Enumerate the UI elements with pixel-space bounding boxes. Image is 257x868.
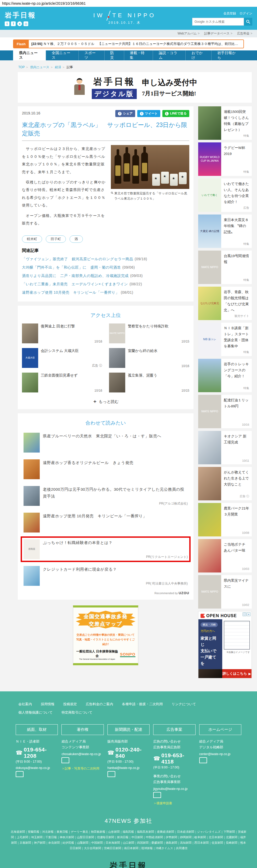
access-ranking-item[interactable]: 室蘭から絆の給水 10/16 <box>109 348 189 368</box>
facebook-share-button[interactable]: fシェア <box>115 110 135 117</box>
ad-close-icon[interactable]: ✕ <box>247 613 251 616</box>
sidebar-item[interactable]: がんが教えてくれた生きる上で大切なこと 広告 ⓘ <box>198 467 252 500</box>
footer-link[interactable]: 特定商取引について <box>61 710 92 715</box>
access-ranking-item[interactable]: 復興途上 田老に打撃 10/16 <box>22 323 102 343</box>
nav-tab[interactable]: 防 災 <box>104 51 124 60</box>
subnav-link[interactable]: 記事データベース <box>204 31 232 36</box>
access-ranking-item[interactable]: 孤立集落、泥覆う 10/15 <box>109 373 189 393</box>
recommended-item[interactable]: クレジットカード利用者に現金が戻る？ PR( 司法書士法人中央事務所) <box>22 564 189 587</box>
arrow-icon: ▶ <box>249 672 251 676</box>
envelope-icon[interactable] <box>199 757 207 763</box>
ad-detail-button[interactable]: 詳しくはこちら▶ <box>222 669 252 678</box>
recommended-item[interactable]: 遠野産ホップ香るオリジナルビール きょう発売 <box>22 458 189 481</box>
sponsorship-form-link[interactable]: ＞後援申請書 <box>153 801 195 806</box>
facebook-icon[interactable]: f <box>11 22 16 26</box>
flash-box[interactable]: Flash [22:55] ＮＹ株、２万７００５・０５ドル 【ニューヨーク共同】… <box>13 39 244 48</box>
sidebar-item[interactable]: ご当地ポテチ あんバター味 10/03 <box>198 539 252 572</box>
sidebar-item[interactable]: IWATE NIPPO 台風19号関連情報 特集 <box>198 251 252 284</box>
recommended-item[interactable]: 県産ブルーベリーの天然水 東北限定「い・ろ・は・す」販売へ <box>22 431 189 454</box>
nav-tab[interactable]: おでかけ <box>185 51 211 60</box>
item-thumbnail: RUGBY WORLD CUP IN JAPAN <box>198 143 221 176</box>
recommended-item[interactable]: 遠野産ホップ使用 10月発売 キリンビール「一番搾り」 <box>22 511 189 534</box>
twitter-share-button[interactable]: tツイート <box>137 110 160 117</box>
sidebar-item[interactable]: 大震災 碑の記憶 東日本大震災８年特集 〝碑の記憶〟 特集 <box>198 215 252 248</box>
nav-tab[interactable]: 県内ニュース <box>13 51 46 60</box>
secondary-use-link[interactable]: ＞記事・写真等の二次利用 <box>61 766 104 771</box>
login-link[interactable]: ログイン <box>239 11 252 15</box>
sidebar-item[interactable]: いわてで働く いわてで働きたい人、そんなあなたを待つ企業を紹介！ 広告 <box>198 179 252 212</box>
read-more-button[interactable]: ＋もっと読む <box>22 398 189 404</box>
instagram-icon[interactable]: ◎ <box>24 22 28 26</box>
sidebar-item[interactable]: なびたび北東北 岩手、青森、秋田の観光情報は「なびたび北東北」へ 観光サイト <box>198 287 252 320</box>
tag-pill[interactable]: 軽米町 <box>22 236 42 243</box>
openhouse-banner-ad[interactable]: ⓘ ✕ OPEN HOUSE 横浜・川崎 万円の方へ 家賃と同じ支払いで一戸建て… <box>198 611 252 678</box>
breadcrumb-link[interactable]: 経済 <box>55 65 65 69</box>
recommended-item[interactable]: 老後2000万円は元手30万円から作る。30代でセミリタイアした元公務員の投資手… <box>22 485 189 507</box>
phone-icon: ☎ <box>16 750 23 756</box>
nav-tab[interactable]: スポーツ <box>79 51 104 60</box>
access-ranking-item[interactable]: 大蔵大臣 会計システム 大蔵大臣 広告 ⓘ <box>22 348 102 368</box>
sidebar-item[interactable]: 連載1500回突破！つくしさん特集（素敵なプレゼント） 特集 <box>198 106 252 140</box>
envelope-icon[interactable] <box>16 771 24 777</box>
sidebar-item[interactable]: IWATE NIPPO 配達灯油１リットル89円 10/16 <box>198 395 252 428</box>
related-article-link[interactable]: 「ヴァイツェン」販売終了 銀河高原ビールのロングセラー商品(09/18) <box>22 255 189 264</box>
sidebar-item[interactable]: キオクシア 新工場完成 10/11 <box>198 431 252 464</box>
twitter-icon[interactable]: t <box>5 22 9 26</box>
subnav-link[interactable]: Webアルバム <box>177 31 199 36</box>
footer-link[interactable]: 各種申請・後援・二次利用 <box>122 702 163 707</box>
sidebar-item[interactable]: NIB 新トレ ＮＩＢ講座「新トレ」スタート 受講企業・団体を募集中 特集 <box>198 323 252 356</box>
nav-tab[interactable]: 論説・コラム <box>153 51 185 60</box>
access-ranking-item[interactable]: 三鉄全面復旧見通せず 10/16 <box>22 373 102 393</box>
related-article-link[interactable]: 大吟醸「門外不出」を「和心伝匠」に 盛岡・菊の司酒造(09/06) <box>22 264 189 272</box>
footer-link[interactable]: 会社案内 <box>18 702 32 707</box>
footer-link[interactable]: 投稿規定 <box>63 702 77 707</box>
sidebar: 連載1500回突破！つくしさん特集（素敵なプレゼント） 特集 RUGBY WOR… <box>198 106 252 681</box>
envelope-icon[interactable] <box>153 792 161 798</box>
footer-link[interactable]: 個人情報保護について <box>18 710 53 715</box>
nav-tab[interactable]: 全国ニュース <box>46 51 79 60</box>
footer-logo: 岩手日報 <box>0 861 257 868</box>
header-right: 会員登録 ログイン <box>192 11 252 26</box>
digital-edition-banner-ad[interactable]: 岩手日報 デジタル版 申し込み受付中 7月1日サービス開始! <box>18 72 252 103</box>
sidebar-item[interactable]: 農業パーク21年３月開業 10/08 <box>198 503 252 536</box>
footer-link[interactable]: 採用情報 <box>41 702 54 707</box>
envelope-icon[interactable] <box>108 771 115 777</box>
item-thumbnail: IWATE NIPPO <box>109 323 125 343</box>
breadcrumb-link[interactable]: TOP <box>18 65 29 69</box>
nav-tab[interactable]: 連載・特集 <box>124 51 153 60</box>
browser-url[interactable]: https://www.iwate-np.co.jp/article/2019/… <box>0 0 257 7</box>
related-article-link[interactable]: 「いわて二重奏」来月発売 エーデルワイン×くずまきワイン(08/22) <box>22 280 189 288</box>
item-tag: 特集 <box>224 386 249 390</box>
nav-tab[interactable]: 岩手日報から <box>211 51 244 60</box>
breadcrumb-link[interactable]: 県内ニュース <box>30 65 53 69</box>
related-article-link[interactable]: 酒造りより高品質に 二戸・南部美人の瓶詰め、冷蔵施設完成(09/03) <box>22 272 189 280</box>
subnav-link[interactable]: 広告料金 <box>237 31 252 36</box>
footer-col-homepage: ホームページ 総合メディア局 デジタル戦略部 center@iwate-np.c… <box>199 724 241 806</box>
line-share-button[interactable]: LLINEで送る <box>162 110 189 117</box>
recommended-item[interactable]: 退職届 ぶっちゃけ！転職経験者の本音とは？ PR(リクルートエージェント) <box>22 538 189 561</box>
site-logo[interactable]: 岩手日報 <box>5 11 57 20</box>
footer-link[interactable]: リンクについて <box>172 702 196 707</box>
sonpo-banner-ad[interactable]: 全国交通事故多発 交差点マップ 交差点ごとの特徴や事故の状況・要因について 写真… <box>73 606 138 665</box>
sidebar-item[interactable]: 岩手のトレッキングコースの「今」紹介！ 特集 <box>198 359 252 392</box>
blog-icon[interactable]: ● <box>17 22 22 26</box>
search-button[interactable] <box>244 18 252 26</box>
sidebar-item[interactable]: IWATE NIPPO 県内業況マイナスに 10/02 <box>198 575 252 609</box>
twitter-icon: t <box>140 112 144 116</box>
tag-pill[interactable]: 田子町 <box>46 236 66 243</box>
envelope-icon[interactable] <box>61 757 69 763</box>
article-photo[interactable]: 東北６県で数量限定販売する「サッポロ生ビール黒ラベル東北ホップ１００％」 <box>111 145 189 230</box>
register-link[interactable]: 会員登録 <box>224 11 236 15</box>
ad-info-icon[interactable]: ⓘ <box>242 613 246 616</box>
breadcrumb-link[interactable]: 記事 <box>67 65 73 69</box>
item-tag: 特集 <box>224 170 249 174</box>
item-thumbnail <box>198 359 221 392</box>
footer-link[interactable]: 広告料金のご案内 <box>86 702 113 707</box>
sidebar-item[interactable]: RUGBY WORLD CUP IN JAPAN ラグビーW杯2019 特集 <box>198 143 252 176</box>
related-article-link[interactable]: 遠野産ホップ使用 10月発売 キリンビール「一番搾り」(08/01) <box>22 288 189 297</box>
ad-title-line2: 交差点マップ <box>77 621 134 627</box>
tag-pill[interactable]: 酒 <box>69 236 83 243</box>
recommended-card: 合わせて読みたい 県産ブルーベリーの天然水 東北限定「い・ろ・は・す」販売へ <box>18 413 194 600</box>
access-ranking-item[interactable]: IWATE NIPPO 警察官をかたり特殊詐欺 10/15 <box>109 323 189 343</box>
search-input[interactable] <box>192 18 244 26</box>
